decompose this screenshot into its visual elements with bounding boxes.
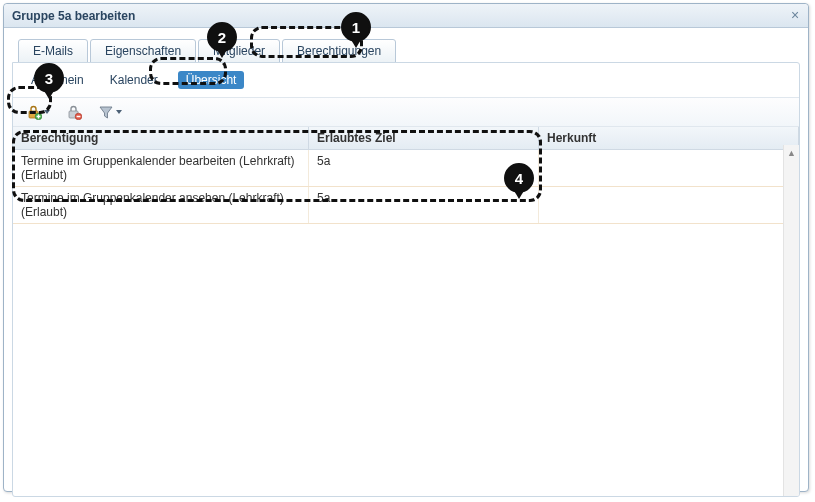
permissions-grid: Berechtigung Erlaubtes Ziel Herkunft Ter… bbox=[13, 127, 799, 224]
chevron-down-icon bbox=[116, 110, 122, 114]
scroll-up-icon[interactable]: ▲ bbox=[785, 146, 799, 160]
annotation-callout-4: 4 bbox=[504, 163, 534, 193]
col-ziel[interactable]: Erlaubtes Ziel bbox=[309, 127, 539, 149]
add-permission-button[interactable] bbox=[23, 102, 53, 122]
window-content: E-Mails Eigenschaften Mitglieder Berecht… bbox=[4, 28, 808, 491]
col-berechtigung[interactable]: Berechtigung bbox=[13, 127, 309, 149]
tab-eigenschaften[interactable]: Eigenschaften bbox=[90, 39, 196, 63]
main-tab-row: E-Mails Eigenschaften Mitglieder Berecht… bbox=[18, 38, 800, 62]
cell-herkunft bbox=[539, 187, 799, 223]
lock-remove-icon bbox=[66, 104, 82, 120]
cell-ziel: 5a bbox=[309, 187, 539, 223]
remove-permission-button[interactable] bbox=[63, 102, 85, 122]
filter-icon bbox=[98, 104, 114, 120]
cell-herkunft bbox=[539, 150, 799, 186]
subtab-kalender[interactable]: Kalender bbox=[104, 71, 164, 89]
cell-berechtigung: Termine im Gruppenkalender ansehen (Lehr… bbox=[13, 187, 309, 223]
grid-header: Berechtigung Erlaubtes Ziel Herkunft bbox=[13, 127, 799, 150]
subtab-uebersicht[interactable]: Übersicht bbox=[178, 71, 245, 89]
col-herkunft[interactable]: Herkunft bbox=[539, 127, 799, 149]
annotation-callout-1: 1 bbox=[341, 12, 371, 42]
tab-berechtigungen[interactable]: Berechtigungen bbox=[282, 39, 396, 63]
annotation-callout-2: 2 bbox=[207, 22, 237, 52]
dialog-window: Gruppe 5a bearbeiten × E-Mails Eigenscha… bbox=[3, 3, 809, 492]
titlebar: Gruppe 5a bearbeiten × bbox=[4, 4, 808, 28]
table-row[interactable]: Termine im Gruppenkalender bearbeiten (L… bbox=[13, 150, 799, 187]
chevron-down-icon bbox=[44, 110, 50, 114]
lock-add-icon bbox=[26, 104, 42, 120]
tab-emails[interactable]: E-Mails bbox=[18, 39, 88, 63]
annotation-callout-3: 3 bbox=[34, 63, 64, 93]
close-icon[interactable]: × bbox=[788, 8, 802, 22]
window-title: Gruppe 5a bearbeiten bbox=[12, 9, 135, 23]
filter-button[interactable] bbox=[95, 102, 125, 122]
vertical-scrollbar[interactable]: ▲ bbox=[783, 145, 799, 497]
tab-panel: Allgemein Kalender Übersicht bbox=[12, 62, 800, 497]
sub-tab-row: Allgemein Kalender Übersicht bbox=[13, 69, 799, 97]
toolbar bbox=[13, 97, 799, 127]
cell-berechtigung: Termine im Gruppenkalender bearbeiten (L… bbox=[13, 150, 309, 186]
table-row[interactable]: Termine im Gruppenkalender ansehen (Lehr… bbox=[13, 187, 799, 224]
